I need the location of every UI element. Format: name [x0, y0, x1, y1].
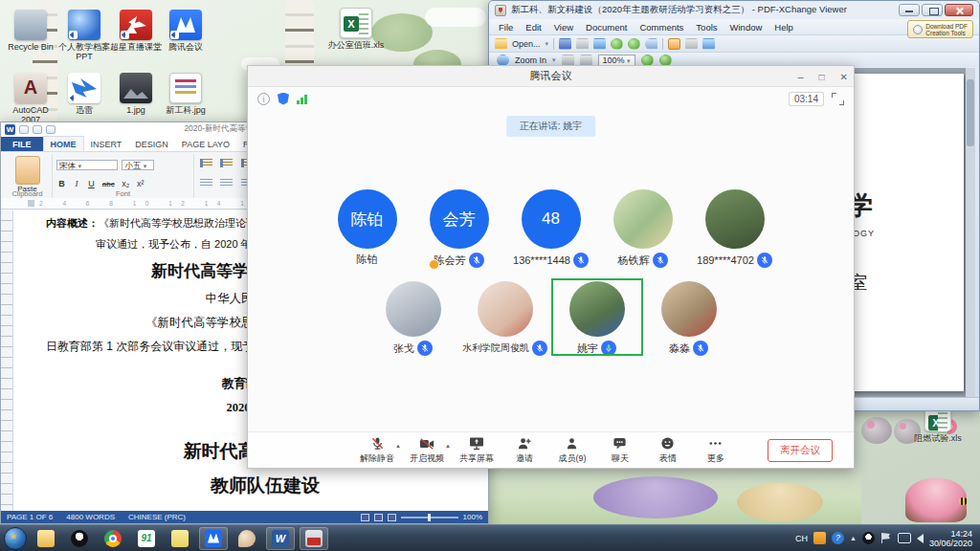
menu-help[interactable]: Help: [774, 22, 793, 33]
underline-button[interactable]: U: [87, 179, 95, 188]
desktop-icon-chaoxing[interactable]: 超星直播课堂: [107, 10, 165, 52]
participant-tile[interactable]: 杨铁辉: [597, 187, 689, 268]
participant-tile[interactable]: 淼淼: [643, 278, 735, 356]
menu-edit[interactable]: Edit: [525, 22, 541, 33]
desktop-icon-tencent-meeting[interactable]: 腾讯会议: [157, 10, 214, 52]
desktop-icon-excel-top[interactable]: 办公室值班.xls: [327, 8, 385, 50]
desktop-icon-recycle-bin[interactable]: Recycle Bin: [2, 10, 59, 52]
menu-document[interactable]: Document: [586, 22, 627, 33]
strikethrough-button[interactable]: abc: [102, 180, 115, 188]
tab-home[interactable]: HOME: [43, 136, 84, 151]
fullscreen-icon[interactable]: [832, 93, 844, 105]
minimize-button[interactable]: [899, 4, 920, 16]
word-count[interactable]: 4800 WORDS: [66, 513, 115, 521]
participant-tile-speaking[interactable]: 姚宇: [551, 278, 643, 356]
zoom-level[interactable]: 100%: [463, 513, 482, 521]
more-button[interactable]: 更多: [692, 435, 740, 465]
desktop-icon-personal-archive[interactable]: 个人教学档案PPT: [56, 10, 113, 61]
meeting-info-icon[interactable]: i: [257, 93, 270, 105]
zoom-in-icon[interactable]: [497, 55, 509, 66]
restore-button[interactable]: [922, 4, 943, 16]
taskbar-tencent-meeting[interactable]: [199, 527, 228, 550]
stamp-tool-icon[interactable]: [702, 38, 715, 50]
download-pdf-tools-button[interactable]: Download PDFCreation Tools: [907, 20, 973, 38]
font-name-select[interactable]: 宋体 ▾: [56, 160, 118, 170]
members-button[interactable]: 成员(9): [548, 435, 596, 465]
zoom-slider[interactable]: [401, 517, 458, 518]
share-screen-button[interactable]: 共享屏幕: [453, 435, 501, 465]
menu-tools[interactable]: Tools: [696, 22, 717, 33]
select-tool-icon[interactable]: [685, 38, 698, 50]
participant-tile[interactable]: 会芳 陈会芳: [413, 187, 505, 268]
redo-button[interactable]: [46, 125, 56, 134]
desktop-icon-autocad[interactable]: AutoCAD 2007: [2, 73, 59, 124]
participant-tile[interactable]: 陈铂 陈铂: [322, 187, 413, 268]
page-indicator[interactable]: PAGE 1 OF 6: [7, 513, 53, 521]
open-button[interactable]: Open...: [512, 39, 541, 49]
minimize-button[interactable]: [797, 71, 803, 82]
help-tray-icon[interactable]: ?: [832, 532, 844, 544]
desktop-icon-thunder[interactable]: 迅雷: [56, 73, 113, 115]
taskbar-qq[interactable]: [65, 527, 94, 550]
menu-file[interactable]: File: [499, 22, 513, 33]
next-view-icon[interactable]: [628, 38, 640, 50]
pdf-scrollbar-thumb[interactable]: [967, 79, 974, 146]
invite-button[interactable]: 邀请: [501, 435, 548, 465]
maximize-button[interactable]: [819, 71, 825, 82]
save-button[interactable]: [19, 125, 29, 134]
taskbar-chrome[interactable]: [99, 527, 127, 550]
tab-design[interactable]: DESIGN: [128, 137, 175, 151]
undo-button[interactable]: [33, 125, 42, 134]
pdf-scrollbar[interactable]: [966, 68, 975, 397]
align-center-button[interactable]: [220, 179, 233, 187]
menu-window[interactable]: Window: [730, 22, 763, 33]
snapshot-icon[interactable]: [593, 38, 606, 50]
read-mode-button[interactable]: [361, 514, 369, 521]
fit-width-icon[interactable]: [580, 55, 592, 66]
menu-view[interactable]: View: [554, 22, 573, 33]
indent-marker[interactable]: [28, 200, 34, 207]
start-video-button[interactable]: 开启视频: [403, 435, 451, 465]
leave-meeting-button[interactable]: 离开会议: [768, 439, 833, 462]
fit-page-icon[interactable]: [562, 55, 574, 66]
paste-button[interactable]: [15, 156, 40, 185]
taskbar-word[interactable]: W: [266, 527, 295, 550]
participant-tile[interactable]: 水利学院周俊凯: [459, 278, 551, 356]
superscript-button[interactable]: x²: [137, 179, 145, 188]
taskbar-pdf-viewer[interactable]: [300, 527, 328, 550]
hand-tool-icon[interactable]: [668, 38, 680, 50]
action-center-flag-icon[interactable]: [880, 532, 892, 544]
desktop-icon-doc[interactable]: 新工科.jpg: [157, 73, 214, 115]
zoom-out-icon[interactable]: [641, 55, 654, 66]
zoom-level-icon[interactable]: [659, 55, 672, 66]
print-icon[interactable]: [576, 38, 589, 50]
menu-comments[interactable]: Comments: [639, 22, 683, 33]
network-icon[interactable]: [898, 533, 911, 543]
subscript-button[interactable]: x₂: [122, 179, 129, 188]
font-size-select[interactable]: 小五 ▾: [122, 160, 154, 170]
tab-insert[interactable]: INSERT: [84, 137, 129, 151]
tray-clock[interactable]: 14:24 30/06/2020: [929, 529, 972, 548]
web-layout-button[interactable]: [388, 514, 396, 521]
desktop-icon-excel-right[interactable]: 阻燃试验.xls: [909, 407, 967, 443]
qq-tray-icon[interactable]: [862, 532, 875, 544]
start-button[interactable]: [4, 527, 27, 550]
chat-button[interactable]: 聊天: [596, 435, 644, 465]
close-button[interactable]: [840, 71, 848, 82]
security-shield-icon[interactable]: [278, 93, 289, 105]
print-layout-button[interactable]: [374, 514, 383, 521]
zoom-slider-thumb[interactable]: [428, 514, 431, 521]
video-options-caret[interactable]: ▲: [445, 443, 451, 449]
zoom-value-box[interactable]: 100% ▾: [598, 55, 635, 66]
desktop-icon-photo[interactable]: 1.jpg: [107, 73, 165, 115]
participant-tile[interactable]: 189****4702: [689, 187, 781, 268]
bullet-list-button[interactable]: [200, 159, 212, 167]
taskbar-paint[interactable]: [233, 527, 261, 550]
tray-expand-icon[interactable]: ▲: [850, 535, 857, 541]
open-icon[interactable]: [495, 38, 507, 50]
vertical-ruler[interactable]: [1, 210, 13, 511]
taskbar-sticky-notes[interactable]: [166, 527, 194, 550]
mic-options-caret[interactable]: ▲: [395, 443, 401, 449]
italic-button[interactable]: I: [73, 179, 80, 188]
taskbar-explorer[interactable]: [32, 527, 60, 550]
